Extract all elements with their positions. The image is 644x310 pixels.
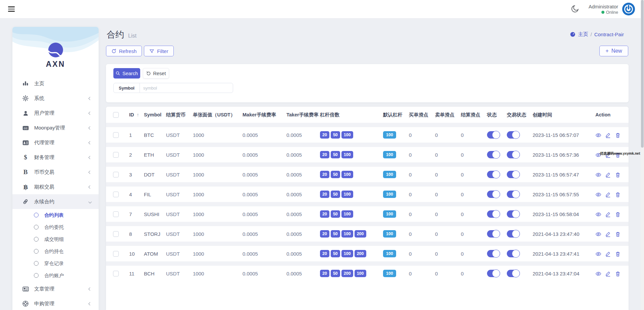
row-checkbox[interactable] <box>113 172 119 177</box>
search-button[interactable]: Search <box>113 68 140 79</box>
edit-button[interactable] <box>605 172 611 178</box>
delete-button[interactable] <box>615 231 621 237</box>
edit-button[interactable] <box>605 251 611 257</box>
select-all-checkbox[interactable] <box>113 112 119 118</box>
cell-created-time: 2021-04-13 23:47:04 <box>533 261 595 281</box>
sidebar-subitem-trade-details[interactable]: 成交明细 <box>12 233 99 245</box>
dark-mode-moon-icon[interactable] <box>570 4 580 14</box>
trade-status-toggle[interactable] <box>507 151 520 158</box>
status-toggle[interactable] <box>487 250 500 257</box>
trade-status-toggle[interactable] <box>507 171 520 178</box>
view-button[interactable] <box>595 251 601 257</box>
leverage-badge: 50 <box>331 230 340 238</box>
scrollbar-thumb[interactable] <box>641 0 644 148</box>
edit-button[interactable] <box>605 271 611 277</box>
trade-status-toggle[interactable] <box>507 270 520 277</box>
row-checkbox[interactable] <box>113 271 119 276</box>
sidebar-item-subscription[interactable]: 申购管理 <box>12 296 99 310</box>
view-button[interactable] <box>595 211 601 217</box>
delete-button[interactable] <box>615 251 621 257</box>
status-toggle[interactable] <box>487 270 500 277</box>
status-toggle[interactable] <box>487 230 500 238</box>
row-checkbox[interactable] <box>113 132 119 138</box>
view-button[interactable] <box>595 132 601 138</box>
status-toggle[interactable] <box>487 191 500 198</box>
filter-button[interactable]: Filter <box>144 46 174 56</box>
edit-button[interactable] <box>605 231 611 237</box>
chevron-left-icon <box>89 302 92 305</box>
sidebar-item-moonpay[interactable]: CCMoonpay管理 <box>12 120 99 135</box>
trade-status-toggle[interactable] <box>507 131 520 139</box>
status-toggle[interactable] <box>487 151 500 158</box>
sort-asc-icon[interactable]: ↑ <box>137 112 139 117</box>
status-toggle[interactable] <box>487 171 500 178</box>
sidebar-item-home[interactable]: 主页 <box>12 76 99 91</box>
new-button[interactable]: + New <box>599 46 628 56</box>
row-checkbox[interactable] <box>113 211 119 217</box>
default-leverage-badge: 100 <box>383 171 396 178</box>
sidebar-item-options-trade[interactable]: ฿期权交易 <box>12 179 99 194</box>
edit-button[interactable] <box>605 211 611 217</box>
trade-status-toggle[interactable] <box>507 230 520 238</box>
sidebar-subitem-liquidation-records[interactable]: 穿仓记录 <box>12 257 99 269</box>
breadcrumb-current[interactable]: Contract-Pair <box>594 32 624 37</box>
default-leverage-badge: 100 <box>383 250 396 257</box>
view-button[interactable] <box>595 271 601 277</box>
refresh-button[interactable]: Refresh <box>106 46 142 56</box>
column-header: 默认杠杆 <box>383 107 409 123</box>
breadcrumb-home[interactable]: 主页 <box>578 31 588 38</box>
view-button[interactable] <box>595 192 601 198</box>
delete-button[interactable] <box>615 271 621 277</box>
sidebar-item-articles[interactable]: 文章管理 <box>12 281 99 296</box>
sidebar-item-users[interactable]: 用户管理 <box>12 106 99 120</box>
breadcrumb-separator: / <box>590 32 592 37</box>
row-checkbox[interactable] <box>113 231 119 237</box>
column-header: ID↑ <box>129 107 144 123</box>
avatar-logo-icon[interactable] <box>622 3 635 15</box>
trade-status-toggle[interactable] <box>507 191 520 198</box>
table-row: 3DOTUSDT10000.00050.00052050100100000202… <box>106 162 629 182</box>
sidebar-item-agents[interactable]: 代理管理 <box>12 135 99 150</box>
vertical-scrollbar[interactable] <box>641 0 644 310</box>
trash-icon <box>615 251 621 257</box>
trade-status-toggle[interactable] <box>507 250 520 257</box>
sidebar-item-system[interactable]: 系统 <box>12 91 99 106</box>
edit-button[interactable] <box>605 132 611 138</box>
reset-button[interactable]: Reset <box>143 68 169 79</box>
user-info[interactable]: Administrator Online <box>589 4 618 15</box>
row-checkbox[interactable] <box>113 251 119 257</box>
cell-settle-currency: USDT <box>166 242 193 261</box>
delete-button[interactable] <box>615 192 621 198</box>
sidebar-subitem-contract-list[interactable]: 合约列表 <box>12 209 99 221</box>
edit-button[interactable] <box>605 192 611 198</box>
dollar-icon: $ <box>21 154 30 161</box>
sidebar-subitem-contract-orders[interactable]: 合约委托 <box>12 221 99 233</box>
row-checkbox[interactable] <box>113 192 119 197</box>
sidebar-item-perpetual[interactable]: 永续合约 <box>12 194 99 209</box>
sidebar-item-finance[interactable]: $财务管理 <box>12 150 99 165</box>
trash-icon <box>615 192 621 198</box>
delete-button[interactable] <box>615 172 621 178</box>
sidebar-item-spot-trade[interactable]: B币币交易 <box>12 165 99 179</box>
cell-maker-fee: 0.0005 <box>243 222 286 242</box>
delete-button[interactable] <box>615 132 621 138</box>
row-checkbox[interactable] <box>113 152 119 158</box>
delete-button[interactable] <box>615 211 621 217</box>
view-button[interactable] <box>595 231 601 237</box>
menu-toggle-button[interactable] <box>8 6 15 12</box>
newspaper-icon <box>21 286 30 293</box>
trade-status-toggle[interactable] <box>507 210 520 218</box>
sidebar-subitem-contract-positions[interactable]: 合约持仓 <box>12 245 99 257</box>
user-name: Administrator <box>589 4 618 9</box>
status-toggle[interactable] <box>487 131 500 139</box>
view-button[interactable] <box>595 172 601 178</box>
cell-face-value: 1000 <box>193 162 243 182</box>
cell-symbol: DOT <box>144 162 166 182</box>
leverage-badge: 100 <box>355 270 366 277</box>
status-toggle[interactable] <box>487 210 500 218</box>
cell-maker-fee: 0.0005 <box>243 242 286 261</box>
sidebar-subitem-contract-accounts[interactable]: 合约账户 <box>12 269 99 281</box>
breadcrumb: 主页 / Contract-Pair <box>570 31 624 38</box>
symbol-input[interactable] <box>140 86 233 91</box>
cell-buy-slippage: 0 <box>409 242 435 261</box>
